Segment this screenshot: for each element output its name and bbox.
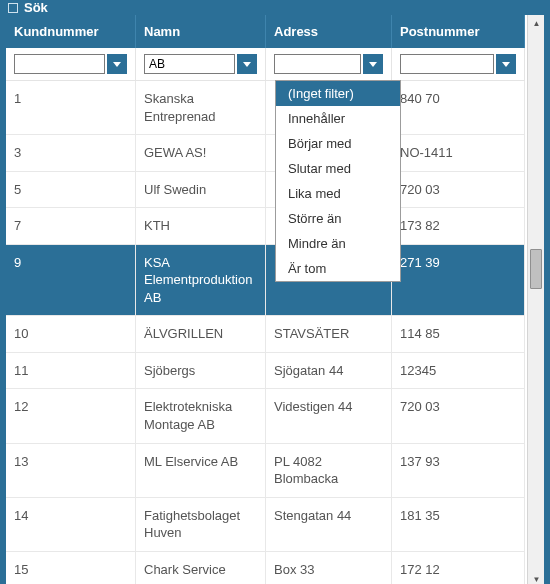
cell-id: 11 <box>6 353 136 390</box>
cell-post: 181 35 <box>392 498 525 552</box>
filter-adress-input[interactable] <box>274 54 361 74</box>
cell-namn: ÄLVGRILLEN <box>136 316 266 353</box>
table-body: 1Skanska Entreprenad840 703GEWA AS!NO-14… <box>6 81 527 584</box>
table-row[interactable]: 5Ulf Swedin720 03 <box>6 172 527 209</box>
filter-option[interactable]: Mindre än <box>276 231 400 256</box>
cell-adress: Stengatan 44 <box>266 498 392 552</box>
cell-id: 7 <box>6 208 136 245</box>
cell-adress: Sjögatan 44 <box>266 353 392 390</box>
cell-namn: Sjöbergs <box>136 353 266 390</box>
scrollbar-thumb[interactable] <box>530 249 542 289</box>
cell-post: 840 70 <box>392 81 525 135</box>
cell-post: 271 39 <box>392 245 525 317</box>
cell-post: 720 03 <box>392 389 525 443</box>
filter-postnummer-dropdown-button[interactable] <box>496 54 516 74</box>
filter-option[interactable]: Slutar med <box>276 156 400 181</box>
filter-kundnummer-input[interactable] <box>14 54 105 74</box>
cell-namn: ML Elservice AB <box>136 444 266 498</box>
cell-id: 1 <box>6 81 136 135</box>
cell-id: 12 <box>6 389 136 443</box>
filter-option[interactable]: Lika med <box>276 181 400 206</box>
column-headers: Kundnummer Namn Adress Postnummer <box>6 15 527 48</box>
table-row[interactable]: 12Elektrotekniska Montage ABVidestigen 4… <box>6 389 527 443</box>
table-row[interactable]: 1Skanska Entreprenad840 70 <box>6 81 527 135</box>
filter-type-dropdown: (Inget filter)InnehållerBörjar medSlutar… <box>275 80 401 282</box>
scroll-down-arrow[interactable]: ▼ <box>528 571 544 584</box>
table-row[interactable]: 14Fatighetsbolaget HuvenStengatan 44181 … <box>6 498 527 552</box>
filter-option[interactable]: Är tom <box>276 256 400 281</box>
filter-option[interactable]: Börjar med <box>276 131 400 156</box>
filter-adress-dropdown-button[interactable] <box>363 54 383 74</box>
col-kundnummer[interactable]: Kundnummer <box>6 15 136 48</box>
filter-row <box>6 48 527 81</box>
cell-id: 3 <box>6 135 136 172</box>
filter-namn-dropdown-button[interactable] <box>237 54 257 74</box>
search-window: Sök Kundnummer Namn Adress Postnummer <box>0 0 550 584</box>
table-row[interactable]: 13ML Elservice ABPL 4082 Blombacka137 93 <box>6 444 527 498</box>
cell-id: 9 <box>6 245 136 317</box>
cell-post: 114 85 <box>392 316 525 353</box>
window-title: Sök <box>24 0 48 15</box>
data-grid: Kundnummer Namn Adress Postnummer <box>6 15 527 584</box>
scroll-up-arrow[interactable]: ▲ <box>528 15 544 32</box>
filter-option[interactable]: Större än <box>276 206 400 231</box>
chevron-down-icon <box>113 62 121 67</box>
cell-adress: Videstigen 44 <box>266 389 392 443</box>
table-row[interactable]: 10ÄLVGRILLENSTAVSÄTER114 85 <box>6 316 527 353</box>
cell-post: 173 82 <box>392 208 525 245</box>
cell-namn: Skanska Entreprenad <box>136 81 266 135</box>
cell-namn: Fatighetsbolaget Huven <box>136 498 266 552</box>
cell-post: NO-1411 <box>392 135 525 172</box>
cell-namn: Chark Service <box>136 552 266 584</box>
cell-id: 5 <box>6 172 136 209</box>
cell-namn: Elektrotekniska Montage AB <box>136 389 266 443</box>
cell-id: 13 <box>6 444 136 498</box>
cell-id: 10 <box>6 316 136 353</box>
cell-id: 14 <box>6 498 136 552</box>
cell-id: 15 <box>6 552 136 584</box>
cell-namn: KTH <box>136 208 266 245</box>
cell-adress: STAVSÄTER <box>266 316 392 353</box>
filter-kundnummer-dropdown-button[interactable] <box>107 54 127 74</box>
content: Kundnummer Namn Adress Postnummer <box>6 15 544 584</box>
table-row[interactable]: 9KSA Elementproduktion AB271 39 <box>6 245 527 317</box>
cell-post: 137 93 <box>392 444 525 498</box>
filter-postnummer-input[interactable] <box>400 54 494 74</box>
table-row[interactable]: 3GEWA AS!NO-1411 <box>6 135 527 172</box>
table-row[interactable]: 11SjöbergsSjögatan 4412345 <box>6 353 527 390</box>
col-adress[interactable]: Adress <box>266 15 392 48</box>
cell-adress: PL 4082 Blombacka <box>266 444 392 498</box>
cell-namn: Ulf Swedin <box>136 172 266 209</box>
filter-namn-input[interactable] <box>144 54 235 74</box>
chevron-down-icon <box>243 62 251 67</box>
col-namn[interactable]: Namn <box>136 15 266 48</box>
table-row[interactable]: 15Chark ServiceBox 33172 12 <box>6 552 527 584</box>
chevron-down-icon <box>502 62 510 67</box>
cell-post: 12345 <box>392 353 525 390</box>
vertical-scrollbar[interactable]: ▲ ▼ <box>527 15 544 584</box>
titlebar: Sök <box>0 0 550 15</box>
filter-option[interactable]: (Inget filter) <box>276 81 400 106</box>
chevron-down-icon <box>369 62 377 67</box>
cell-adress: Box 33 <box>266 552 392 584</box>
window-icon <box>8 3 18 13</box>
col-postnummer[interactable]: Postnummer <box>392 15 525 48</box>
table-row[interactable]: 7KTH173 82 <box>6 208 527 245</box>
cell-post: 720 03 <box>392 172 525 209</box>
cell-namn: KSA Elementproduktion AB <box>136 245 266 317</box>
cell-namn: GEWA AS! <box>136 135 266 172</box>
cell-post: 172 12 <box>392 552 525 584</box>
filter-option[interactable]: Innehåller <box>276 106 400 131</box>
